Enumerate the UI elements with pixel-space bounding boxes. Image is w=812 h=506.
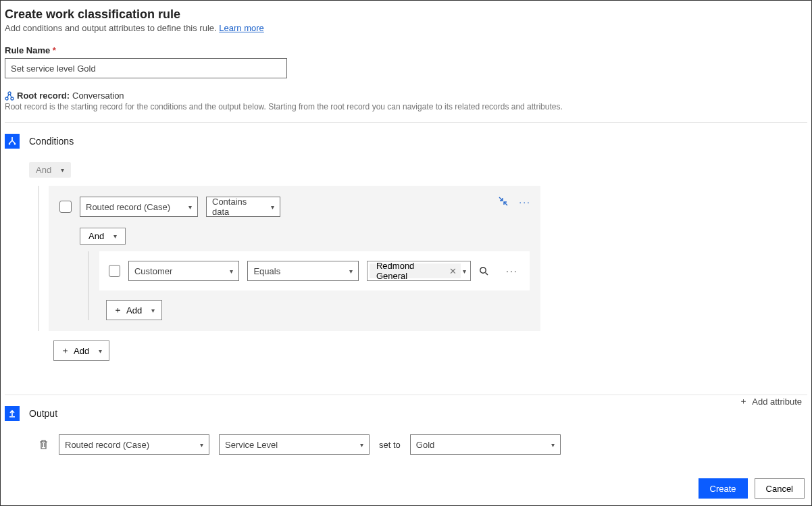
chevron-down-icon: ▾ — [360, 441, 363, 449]
output-attribute-select[interactable]: Service Level▾ — [219, 434, 370, 455]
chevron-down-icon: ▾ — [349, 268, 353, 275]
collapse-icon[interactable] — [499, 197, 508, 207]
chevron-down-icon: ▾ — [99, 347, 102, 355]
value-select[interactable]: Redmond General ✕ ▾ — [367, 261, 472, 281]
svg-point-2 — [8, 92, 11, 95]
add-condition-inner-button[interactable]: ＋ Add ▾ — [106, 300, 162, 320]
page-title: Create work classification rule — [5, 7, 807, 22]
sub-operator[interactable]: And▾ — [80, 228, 126, 245]
chevron-down-icon: ▾ — [463, 268, 466, 275]
chevron-down-icon: ▾ — [113, 232, 117, 240]
condition-checkbox[interactable] — [109, 265, 120, 277]
more-icon[interactable]: ··· — [504, 265, 520, 276]
output-icon — [5, 406, 20, 421]
conditions-icon — [5, 134, 20, 149]
operator-select[interactable]: Equals▾ — [247, 261, 359, 281]
remove-value-icon[interactable]: ✕ — [449, 266, 457, 276]
chevron-down-icon: ▾ — [551, 441, 555, 449]
plus-icon: ＋ — [61, 345, 70, 357]
chevron-down-icon: ▾ — [230, 268, 233, 275]
learn-more-link[interactable]: Learn more — [219, 23, 263, 33]
chevron-down-icon: ▾ — [61, 166, 64, 174]
root-record-description: Root record is the starting record for t… — [5, 102, 807, 111]
chevron-down-icon: ▾ — [200, 441, 203, 449]
root-record-icon — [5, 91, 14, 101]
create-button[interactable]: Create — [699, 478, 748, 499]
rule-name-label: Rule Name * — [5, 45, 807, 55]
root-record-value: Conversation — [72, 91, 124, 101]
add-condition-outer-button[interactable]: ＋ Add ▾ — [53, 340, 109, 361]
operator-select[interactable]: Contains data▾ — [206, 197, 280, 217]
page-subtitle: Add conditions and output attributes to … — [5, 23, 807, 33]
entity-select[interactable]: Routed record (Case)▾ — [80, 197, 198, 217]
chevron-down-icon: ▾ — [151, 307, 155, 314]
search-icon[interactable] — [479, 266, 495, 276]
plus-icon: ＋ — [113, 304, 122, 316]
svg-point-5 — [480, 267, 486, 272]
svg-point-0 — [5, 97, 8, 100]
condition-checkbox[interactable] — [59, 201, 72, 213]
svg-point-1 — [11, 97, 14, 100]
output-title: Output — [29, 408, 57, 419]
condition-group: ··· Routed record (Case)▾ Contains data▾… — [49, 186, 540, 331]
more-icon[interactable]: ··· — [519, 197, 531, 207]
nested-condition-row: Customer▾ Equals▾ Redmond General ✕ — [99, 251, 530, 290]
svg-point-3 — [9, 143, 11, 145]
root-operator[interactable]: And▾ — [29, 162, 71, 178]
delete-output-icon[interactable] — [39, 439, 49, 450]
chevron-down-icon: ▾ — [188, 203, 192, 211]
subtitle-text: Add conditions and output attributes to … — [5, 23, 219, 33]
conditions-title: Conditions — [29, 136, 74, 147]
set-to-label: set to — [379, 440, 401, 450]
chevron-down-icon: ▾ — [271, 203, 274, 211]
root-record-label: Root record: — [17, 91, 70, 101]
svg-point-4 — [14, 143, 16, 145]
rule-name-input[interactable] — [5, 58, 287, 78]
output-entity-select[interactable]: Routed record (Case)▾ — [59, 434, 209, 455]
cancel-button[interactable]: Cancel — [755, 478, 805, 499]
plus-icon: ＋ — [739, 395, 748, 407]
output-value-select[interactable]: Gold▾ — [410, 434, 561, 455]
attribute-select[interactable]: Customer▾ — [128, 261, 240, 281]
add-attribute-button[interactable]: ＋Add attribute — [739, 395, 802, 407]
value-pill-text: Redmond General — [376, 261, 446, 281]
